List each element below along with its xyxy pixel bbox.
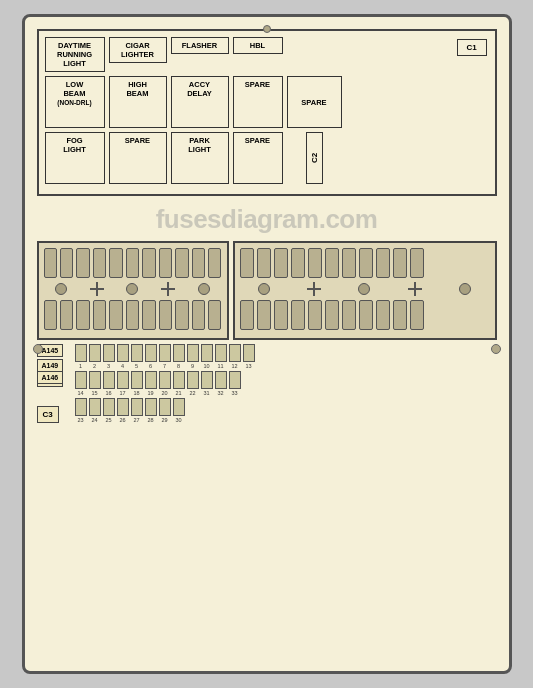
fuse-row-numbered-3: C3 23 24 25 26 27 28 29 30 — [75, 398, 497, 423]
right-relay-block — [233, 241, 497, 340]
fuse-20: 20 — [159, 371, 171, 396]
fuse-16: 16 — [103, 371, 115, 396]
fuse-row-numbered-2: A146 14 15 16 17 18 19 20 21 22 31 32 33 — [75, 371, 497, 396]
fuse-31: 31 — [201, 371, 213, 396]
fuse-24: 24 — [89, 398, 101, 423]
fuse-25: 25 — [103, 398, 115, 423]
fuse-high-beam: HIGHBEAM — [109, 76, 167, 128]
fuse-19: 19 — [145, 371, 157, 396]
connector-c2: C2 — [306, 132, 323, 184]
fuse-cigar-lighter: CIGARLIGHTER — [109, 37, 167, 63]
fuse-fog-light: FOGLIGHT — [45, 132, 105, 184]
fuse-spare-2: SPARE — [287, 76, 342, 128]
fuse-27: 27 — [131, 398, 143, 423]
fuse-18: 18 — [131, 371, 143, 396]
fuse-7: 7 — [159, 344, 171, 369]
fuse-17: 17 — [117, 371, 129, 396]
fuse-row-2: LOWBEAM(NON-DRL) HIGHBEAM ACCYDELAY SPAR… — [45, 76, 489, 128]
bottom-section — [37, 241, 497, 340]
fuse-28: 28 — [145, 398, 157, 423]
fuse-1: 1 — [75, 344, 87, 369]
top-fuse-panel: C1 DAYTIMERUNNINGLIGHT CIGARLIGHTER FLAS… — [37, 29, 497, 196]
fuse-8: 8 — [173, 344, 185, 369]
left-relay-block — [37, 241, 229, 340]
fuse-12: 12 — [229, 344, 241, 369]
fuse-23: 23 — [75, 398, 87, 423]
fuse-spare-4: SPARE — [233, 132, 283, 184]
fuse-park-light: PARKLIGHT — [171, 132, 229, 184]
connector-c3: C3 — [37, 406, 59, 423]
fuse-33: 33 — [229, 371, 241, 396]
numbered-fuse-section: A145 A149 A147 1 2 3 4 5 6 7 8 9 10 11 1… — [37, 344, 497, 423]
fuse-4: 4 — [117, 344, 129, 369]
fuse-3: 3 — [103, 344, 115, 369]
fuse-row-numbered-1: 1 2 3 4 5 6 7 8 9 10 11 12 13 — [75, 344, 497, 369]
fuse-spare-3: SPARE — [109, 132, 167, 184]
fuse-30: 30 — [173, 398, 185, 423]
fuse-low-beam: LOWBEAM(NON-DRL) — [45, 76, 105, 128]
connector-c1: C1 — [457, 39, 487, 56]
fuse-box-diagram: C1 DAYTIMERUNNINGLIGHT CIGARLIGHTER FLAS… — [22, 14, 512, 674]
fuse-11: 11 — [215, 344, 227, 369]
fuse-14: 14 — [75, 371, 87, 396]
fuse-row-3: FOGLIGHT SPARE PARKLIGHT SPARE C2 — [45, 132, 489, 184]
fuse-spare-1: SPARE — [233, 76, 283, 128]
fuse-2: 2 — [89, 344, 101, 369]
fuse-5: 5 — [131, 344, 143, 369]
fuse-daytime: DAYTIMERUNNINGLIGHT — [45, 37, 105, 72]
fuse-21: 21 — [173, 371, 185, 396]
fuse-29: 29 — [159, 398, 171, 423]
fuse-flasher: FLASHER — [171, 37, 229, 54]
watermark: fusesdiagram.com — [37, 204, 497, 235]
screw-right — [491, 344, 501, 354]
fuse-10: 10 — [201, 344, 213, 369]
fuse-hbl: HBL — [233, 37, 283, 54]
fuse-13: 13 — [243, 344, 255, 369]
fuse-32: 32 — [215, 371, 227, 396]
label-a146: A146 — [37, 371, 64, 384]
fuse-26: 26 — [117, 398, 129, 423]
fuse-9: 9 — [187, 344, 199, 369]
fuse-6: 6 — [145, 344, 157, 369]
fuse-accy-delay: ACCYDELAY — [171, 76, 229, 128]
fuse-15: 15 — [89, 371, 101, 396]
screw-top-center — [263, 25, 271, 33]
fuse-22: 22 — [187, 371, 199, 396]
screw-left — [33, 344, 43, 354]
fuse-row-1: DAYTIMERUNNINGLIGHT CIGARLIGHTER FLASHER… — [45, 37, 489, 72]
